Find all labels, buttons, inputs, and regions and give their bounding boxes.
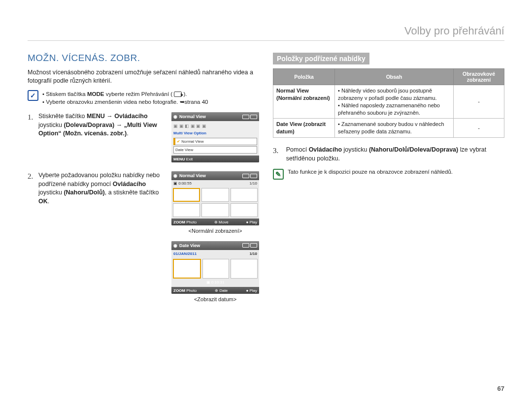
info-icon: ✎ — [273, 169, 284, 180]
section-title: MOŽN. VÍCENÁS. ZOBR. — [28, 53, 259, 63]
lcd3-caption: <Zobrazit datum> — [171, 296, 259, 303]
intro-text: Možnost vícenásobného zobrazení umožňuje… — [28, 68, 259, 85]
th-display: Obrazovkové zobrazení — [454, 69, 504, 85]
th-item: Položka — [273, 69, 335, 85]
lcd-normal-view-preview: ◉Normal View ▣ 0:00:551/10 ZOOM Photo — [171, 171, 259, 225]
playback-mode-icon — [174, 92, 182, 97]
lcd-date-view-preview: ◉Date View 01/JAN/20111/10 ▣ 0:10:31 ZOO… — [171, 241, 259, 294]
step-1-text: Stiskněte tlačítko MENU → Ovládacího joy… — [38, 112, 166, 138]
step-3-text: 3. Pomocí Ovládacího joysticku (Nahoru/D… — [273, 146, 504, 163]
lcd-menu-preview: ◉Normal View ▣ ▣ ◧ ▣ ▣ ▣ Multi View Opti… — [171, 112, 259, 162]
th-content: Obsah — [335, 69, 454, 85]
step-2-text: Vyberte požadovanou položku nabídky nebo… — [38, 171, 166, 206]
table-row: Date View (zobrazit datum) Zaznamenané s… — [273, 119, 504, 138]
submenu-heading: Položky podřízené nabídky — [273, 53, 369, 64]
chapter-title: Volby pro přehrávání — [28, 25, 504, 41]
prereq-list: Stiskem tlačítka MODE vyberte režim Přeh… — [42, 90, 208, 106]
page-number: 67 — [498, 385, 504, 392]
footnote-text: Tato funkce je k dispozici pouze na obra… — [288, 169, 453, 175]
table-row: Normal View (Normální zobrazení) Náhledy… — [273, 85, 504, 119]
check-icon: ✓ — [28, 90, 38, 101]
submenu-table: Položka Obsah Obrazovkové zobrazení Norm… — [273, 68, 504, 138]
lcd2-caption: <Normální zobrazení> — [171, 227, 259, 235]
